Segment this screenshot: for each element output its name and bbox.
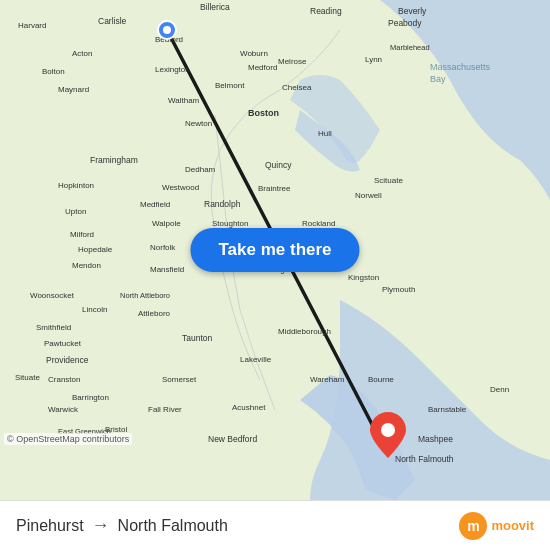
bottom-bar: Pinehurst → North Falmouth m moovit [0, 500, 550, 550]
svg-text:North Falmouth: North Falmouth [395, 454, 454, 464]
svg-text:Taunton: Taunton [182, 333, 213, 343]
origin-label: Pinehurst [16, 517, 84, 535]
svg-text:Westwood: Westwood [162, 183, 199, 192]
svg-text:Waltham: Waltham [168, 96, 200, 105]
svg-text:Hopkinton: Hopkinton [58, 181, 94, 190]
svg-text:Billerica: Billerica [200, 2, 230, 12]
svg-text:Middleborough: Middleborough [278, 327, 331, 336]
svg-text:Melrose: Melrose [278, 57, 307, 66]
svg-text:North Attleboro: North Attleboro [120, 291, 170, 300]
map-attribution: © OpenStreetMap contributors [4, 433, 132, 445]
origin-pin-inner [163, 26, 171, 34]
svg-text:New Bedford: New Bedford [208, 434, 257, 444]
svg-text:Kingston: Kingston [348, 273, 379, 282]
route-info: Pinehurst → North Falmouth [16, 515, 228, 536]
svg-text:Newton: Newton [185, 119, 212, 128]
svg-text:Lynn: Lynn [365, 55, 382, 64]
svg-text:Milford: Milford [70, 230, 94, 239]
take-me-there-button[interactable]: Take me there [190, 228, 359, 272]
moovit-text: moovit [491, 518, 534, 533]
svg-text:Acton: Acton [72, 49, 92, 58]
svg-text:Walpole: Walpole [152, 219, 181, 228]
svg-text:Hull: Hull [318, 129, 332, 138]
label-carlisle: Carlisle [98, 16, 127, 26]
svg-text:Massachusetts: Massachusetts [430, 62, 491, 72]
svg-text:Denn: Denn [490, 385, 509, 394]
svg-text:Quincy: Quincy [265, 160, 292, 170]
svg-text:Barnstable: Barnstable [428, 405, 467, 414]
svg-text:Lincoln: Lincoln [82, 305, 107, 314]
route-arrow-icon: → [92, 515, 110, 536]
svg-text:Stoughton: Stoughton [212, 219, 248, 228]
svg-text:Upton: Upton [65, 207, 86, 216]
svg-text:Scituate: Scituate [374, 176, 403, 185]
svg-text:Medford: Medford [248, 63, 277, 72]
svg-text:Belmont: Belmont [215, 81, 245, 90]
svg-text:Hopedale: Hopedale [78, 245, 113, 254]
svg-text:Providence: Providence [46, 355, 89, 365]
moovit-icon: m [459, 512, 487, 540]
svg-text:Medfield: Medfield [140, 200, 170, 209]
svg-text:Peabody: Peabody [388, 18, 422, 28]
svg-point-70 [381, 423, 395, 437]
svg-text:Woburn: Woburn [240, 49, 268, 58]
svg-text:Boston: Boston [248, 108, 279, 118]
svg-text:Barrington: Barrington [72, 393, 109, 402]
svg-text:Maynard: Maynard [58, 85, 89, 94]
svg-text:Pawtucket: Pawtucket [44, 339, 82, 348]
svg-text:Bolton: Bolton [42, 67, 65, 76]
moovit-logo: m moovit [459, 512, 534, 540]
svg-text:Harvard: Harvard [18, 21, 46, 30]
svg-text:Acushnet: Acushnet [232, 403, 266, 412]
svg-text:Warwick: Warwick [48, 405, 79, 414]
svg-text:Plymouth: Plymouth [382, 285, 415, 294]
svg-text:Cranston: Cranston [48, 375, 80, 384]
svg-text:Mashpee: Mashpee [418, 434, 453, 444]
svg-text:Mansfield: Mansfield [150, 265, 184, 274]
svg-text:Chelsea: Chelsea [282, 83, 312, 92]
svg-text:Smithfield: Smithfield [36, 323, 71, 332]
svg-text:Fall River: Fall River [148, 405, 182, 414]
svg-text:Situate: Situate [15, 373, 40, 382]
label-reading: Reading [310, 6, 342, 16]
svg-text:Somerset: Somerset [162, 375, 197, 384]
svg-text:Rockland: Rockland [302, 219, 335, 228]
svg-text:Norfolk: Norfolk [150, 243, 176, 252]
map-container: Massachusetts Bay Reading Beverly Biller… [0, 0, 550, 500]
svg-text:Attleboro: Attleboro [138, 309, 171, 318]
destination-label: North Falmouth [118, 517, 228, 535]
svg-text:Framingham: Framingham [90, 155, 138, 165]
svg-text:Beverly: Beverly [398, 6, 427, 16]
svg-text:Bourne: Bourne [368, 375, 394, 384]
label-randolph: Randolph [204, 199, 241, 209]
svg-text:Marblehead: Marblehead [390, 43, 430, 52]
svg-text:Wareham: Wareham [310, 375, 345, 384]
svg-text:Lakeville: Lakeville [240, 355, 272, 364]
svg-text:Norwell: Norwell [355, 191, 382, 200]
svg-text:Dedham: Dedham [185, 165, 216, 174]
svg-text:Bay: Bay [430, 74, 446, 84]
svg-text:Lexington: Lexington [155, 65, 190, 74]
svg-text:Woonsocket: Woonsocket [30, 291, 75, 300]
svg-text:Mendon: Mendon [72, 261, 101, 270]
svg-text:Braintree: Braintree [258, 184, 291, 193]
